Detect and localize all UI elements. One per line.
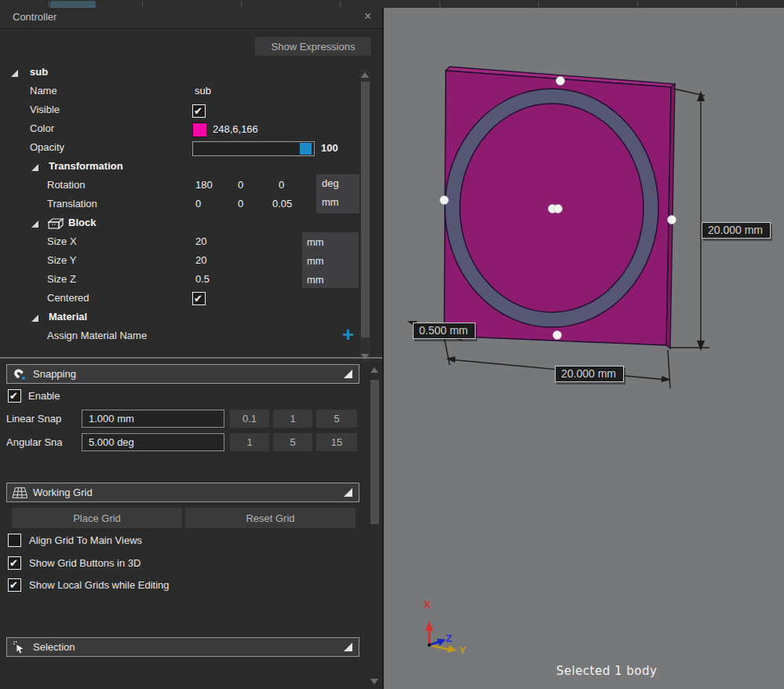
color-label: Color (30, 122, 54, 134)
dim-height-label[interactable]: 20.000 mm (702, 222, 771, 239)
rotation-label: Rotation (47, 179, 85, 191)
viewport-3d[interactable]: 20.000 mm 20.000 mm 0.500 mm X Z Y Selec… (384, 8, 784, 689)
translation-z-value[interactable]: 0.05 (272, 198, 292, 210)
angular-snap-preset-15[interactable]: 15 (316, 433, 357, 451)
scroll-up-icon[interactable] (370, 367, 378, 373)
close-icon[interactable]: × (364, 9, 371, 24)
size-unit-box[interactable]: mm mm mm (302, 232, 359, 288)
rotation-y-value[interactable]: 0 (238, 179, 243, 191)
tree-row-sub[interactable]: sub (0, 66, 359, 82)
angular-snap-input[interactable] (82, 433, 224, 451)
translation-x-value[interactable]: 0 (195, 198, 201, 210)
linear-snap-label: Linear Snap (6, 413, 61, 425)
prop-row-assign-material[interactable]: Assign Material Name + (0, 330, 359, 345)
scrollbar-thumb[interactable] (370, 380, 379, 524)
rotation-z-value[interactable]: 0 (279, 179, 284, 191)
collapse-icon[interactable] (344, 370, 352, 378)
drag-handle[interactable] (554, 205, 563, 213)
visible-checkbox[interactable]: ✔ (192, 104, 206, 118)
dim-thickness-label[interactable]: 0.500 mm (413, 323, 476, 339)
snapping-section-header[interactable]: Snapping (6, 364, 359, 384)
tree-row-block[interactable]: Block (0, 217, 359, 232)
scrollbar-thumb[interactable] (361, 82, 370, 337)
prop-row-name[interactable]: Name sub (0, 85, 359, 100)
transformation-label: Transformation (49, 160, 123, 172)
rotation-x-value[interactable]: 180 (195, 179, 213, 191)
prop-row-translation[interactable]: Translation 0 0 0.05 (0, 198, 359, 213)
selection-section-header[interactable]: Selection (6, 637, 359, 657)
translation-y-value[interactable]: 0 (238, 198, 243, 210)
check-icon: ✔ (9, 390, 20, 402)
snap-enable-checkbox[interactable]: ✔ (8, 389, 21, 403)
working-grid-section-header[interactable]: Working Grid (6, 483, 359, 502)
scroll-down-icon[interactable] (370, 679, 378, 684)
name-value[interactable]: sub (195, 85, 211, 97)
size-x-value[interactable]: 20 (195, 235, 206, 247)
linear-snap-preset-5[interactable]: 5 (316, 410, 357, 428)
material-label: Material (49, 311, 87, 323)
section-divider (0, 357, 382, 359)
dim-arrow-up-icon (697, 91, 705, 101)
properties-scrollbar[interactable] (360, 69, 370, 363)
dim-width-label[interactable]: 20.000 mm (555, 366, 624, 382)
tab-separator (340, 1, 341, 7)
angular-snap-preset-1[interactable]: 1 (230, 433, 269, 451)
align-grid-checkbox[interactable]: ✔ (8, 534, 21, 547)
axis-x-arrow-icon (425, 621, 433, 631)
size-z-value[interactable]: 0.5 (195, 273, 210, 285)
show-expressions-button[interactable]: Show Expressions (255, 37, 371, 56)
centered-checkbox[interactable]: ✔ (192, 292, 206, 305)
application-window: Controller × Show Expressions sub Name s… (0, 0, 784, 689)
drag-handle[interactable] (440, 196, 449, 205)
expand-icon[interactable] (31, 164, 38, 171)
expand-icon[interactable] (31, 315, 38, 322)
prop-row-visible[interactable]: Visible ✔ (0, 104, 359, 119)
linear-snap-preset-1[interactable]: 1 (273, 410, 312, 428)
linear-snap-preset-0.1[interactable]: 0.1 (230, 410, 269, 428)
grid-buttons-3d-checkbox[interactable]: ✔ (8, 556, 21, 570)
tree-root-label: sub (30, 66, 48, 78)
add-material-icon[interactable]: + (342, 326, 354, 342)
local-grids-checkbox[interactable]: ✔ (8, 578, 21, 592)
collapse-icon[interactable] (344, 643, 352, 651)
check-icon: ✔ (9, 557, 20, 569)
scroll-up-icon[interactable] (361, 72, 369, 78)
panel-scrollbar[interactable] (370, 363, 380, 687)
size-y-value[interactable]: 20 (195, 254, 206, 266)
rotation-translation-unit-box[interactable]: deg mm (316, 174, 359, 213)
tab-separator (736, 1, 737, 7)
panel-title-bar[interactable]: Controller × (0, 8, 382, 29)
check-icon: ✔ (9, 579, 20, 591)
angular-snap-preset-5[interactable]: 5 (273, 433, 312, 451)
cursor-icon (12, 640, 27, 654)
magnet-icon (12, 367, 27, 381)
opacity-slider-handle[interactable] (300, 143, 312, 155)
collapse-icon[interactable] (344, 488, 352, 497)
color-swatch[interactable] (192, 122, 207, 137)
snap-enable-label: Enable (28, 390, 60, 402)
status-text: Selected 1 body (532, 664, 681, 678)
place-grid-button[interactable]: Place Grid (12, 508, 182, 528)
translation-unit: mm (322, 196, 339, 208)
size-x-label: Size X (47, 235, 77, 247)
prop-row-opacity[interactable]: Opacity 100 (0, 141, 359, 157)
tree-row-material[interactable]: Material (0, 311, 359, 326)
prop-row-color[interactable]: Color 248,6,166 (0, 122, 359, 138)
assign-material-label: Assign Material Name (47, 330, 147, 341)
drag-handle[interactable] (668, 216, 676, 224)
expand-icon[interactable] (11, 70, 18, 77)
size-x-unit: mm (307, 236, 324, 248)
drag-handle[interactable] (553, 331, 562, 340)
selection-title: Selection (33, 641, 75, 653)
prop-row-rotation[interactable]: Rotation 180 0 0 (0, 179, 359, 195)
drag-handle[interactable] (556, 77, 565, 86)
opacity-slider[interactable] (192, 141, 315, 156)
color-value: 248,6,166 (213, 123, 258, 135)
reset-grid-button[interactable]: Reset Grid (185, 508, 356, 528)
tree-row-transformation[interactable]: Transformation (0, 160, 359, 176)
controller-panel: Controller × Show Expressions sub Name s… (0, 8, 384, 689)
prop-row-centered[interactable]: Centered ✔ (0, 292, 359, 308)
linear-snap-input[interactable] (82, 410, 224, 428)
expand-icon[interactable] (31, 221, 38, 228)
active-tab[interactable] (50, 1, 96, 8)
